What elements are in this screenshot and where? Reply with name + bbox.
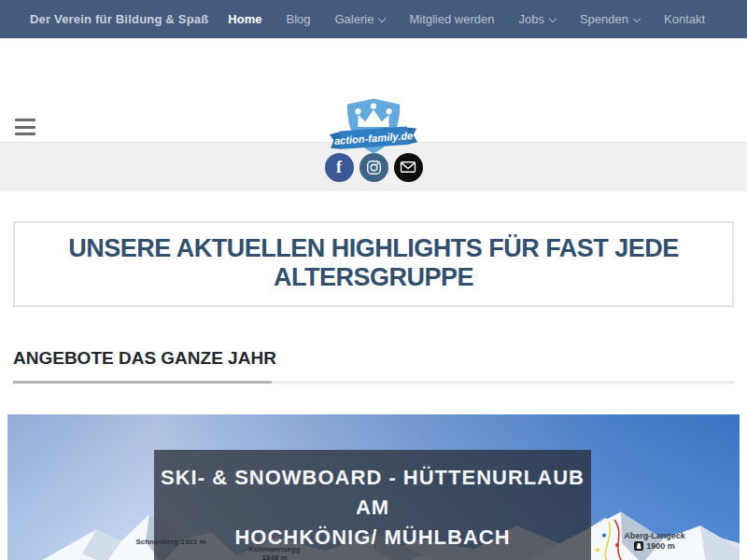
hero-title-line1: SKI- & SNOWBOARD - HÜTTENURLAUB AM — [154, 463, 591, 523]
highlights-title: UNSERE AKTUELLEN HIGHLIGHTS FÜR FAST JED… — [34, 234, 713, 292]
nav-item-galerie[interactable]: Galerie — [323, 12, 398, 26]
peak-label-aberg-langeck: Aberg-Langeck 1900 m — [608, 532, 701, 551]
highlights-box: UNSERE AKTUELLEN HIGHLIGHTS FÜR FAST JED… — [13, 221, 734, 307]
shield-crown-logo-icon: action-family.de — [328, 94, 419, 158]
section-divider — [13, 381, 734, 384]
envelope-icon — [400, 160, 416, 175]
nav-item-kontakt[interactable]: Kontakt — [652, 12, 717, 26]
site-header: action-family.de — [0, 38, 747, 142]
section-title: ANGEBOTE DAS GANZE JAHR — [13, 348, 734, 369]
instagram-icon — [366, 160, 382, 175]
chevron-down-icon — [549, 14, 557, 21]
hero-title-line2: HOCHKÖNIG/ MÜHLBACH — [154, 523, 591, 553]
nav-item-galerie-label: Galerie — [335, 12, 374, 26]
hamburger-menu-icon[interactable] — [15, 119, 35, 135]
nav-item-mitglied-werden[interactable]: Mitglied werden — [397, 12, 506, 26]
chevron-down-icon — [633, 14, 641, 21]
site-tagline: Der Verein für Bildung & Spaß — [30, 12, 208, 26]
site-logo[interactable]: action-family.de — [328, 94, 419, 161]
gondola-lift-icon — [634, 541, 643, 551]
nav-item-jobs-label: Jobs — [518, 12, 543, 26]
nav-item-home[interactable]: Home — [216, 12, 274, 26]
chevron-down-icon — [378, 14, 386, 21]
nav-item-spenden[interactable]: Spenden — [568, 12, 652, 26]
section-angebote: ANGEBOTE DAS GANZE JAHR — [13, 348, 734, 384]
top-nav-bar: Der Verein für Bildung & Spaß Home Blog … — [0, 0, 747, 38]
nav-item-jobs[interactable]: Jobs — [506, 12, 567, 26]
hero-slide-ski-snowboard[interactable]: Schneeberg 1921 m Kollmannsegg 1848 m Ab… — [7, 414, 740, 560]
nav-item-blog[interactable]: Blog — [274, 12, 322, 26]
nav-item-spenden-label: Spenden — [580, 12, 628, 26]
hero-caption-overlay: SKI- & SNOWBOARD - HÜTTENURLAUB AM HOCHK… — [154, 450, 591, 560]
